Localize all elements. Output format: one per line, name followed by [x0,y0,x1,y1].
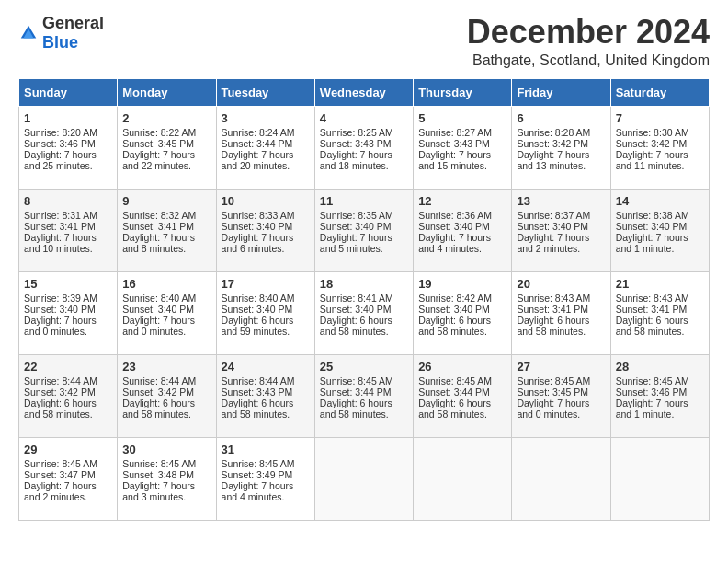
day-number: 10 [222,194,310,208]
day-number: 12 [418,194,506,208]
calendar-cell: 9Sunrise: 8:32 AMSunset: 3:41 PMDaylight… [118,189,216,271]
sunrise: Sunrise: 8:40 AM [122,293,196,304]
calendar-cell: 18Sunrise: 8:41 AMSunset: 3:40 PMDayligh… [314,271,413,354]
title-area: December 2024 Bathgate, Scotland, United… [467,14,710,69]
sunrise: Sunrise: 8:43 AM [517,293,590,304]
sunset: Sunset: 3:46 PM [616,386,688,397]
day-number: 27 [517,360,605,373]
sunrise: Sunrise: 8:45 AM [616,375,689,386]
calendar-cell: 16Sunrise: 8:40 AMSunset: 3:40 PMDayligh… [118,271,216,354]
sunrise: Sunrise: 8:25 AM [320,127,393,138]
calendar-cell [610,437,709,520]
daylight: Daylight: 7 hours and 5 minutes. [320,232,392,254]
sunrise: Sunrise: 8:22 AM [122,127,196,138]
calendar-cell: 3Sunrise: 8:24 AMSunset: 3:44 PMDaylight… [216,106,314,189]
day-number: 8 [24,194,112,208]
sunset: Sunset: 3:40 PM [616,221,688,232]
calendar-cell: 10Sunrise: 8:33 AMSunset: 3:40 PMDayligh… [216,189,314,271]
day-number: 23 [122,360,210,373]
sunset: Sunset: 3:45 PM [122,138,194,149]
day-number: 17 [222,277,310,291]
calendar-cell: 22Sunrise: 8:44 AMSunset: 3:42 PMDayligh… [19,354,118,437]
logo-icon [18,23,39,43]
calendar-cell: 11Sunrise: 8:35 AMSunset: 3:40 PMDayligh… [314,189,413,271]
sunrise: Sunrise: 8:45 AM [24,458,97,469]
calendar-cell [314,437,413,520]
sunset: Sunset: 3:44 PM [222,138,293,149]
daylight: Daylight: 6 hours and 58 minutes. [222,397,294,419]
day-number: 13 [517,194,605,208]
calendar-cell [512,437,610,520]
daylight: Daylight: 7 hours and 0 minutes. [24,315,97,337]
day-number: 6 [517,111,605,125]
day-number: 28 [616,360,704,373]
calendar-cell: 14Sunrise: 8:38 AMSunset: 3:40 PMDayligh… [610,189,709,271]
sunset: Sunset: 3:41 PM [122,221,194,232]
calendar-cell: 26Sunrise: 8:45 AMSunset: 3:44 PMDayligh… [414,354,512,437]
month-title: December 2024 [467,14,710,51]
day-number: 14 [616,194,704,208]
day-number: 9 [122,194,210,208]
calendar-cell: 19Sunrise: 8:42 AMSunset: 3:40 PMDayligh… [414,271,512,354]
calendar-cell: 30Sunrise: 8:45 AMSunset: 3:48 PMDayligh… [118,437,216,520]
sunset: Sunset: 3:43 PM [418,138,490,149]
sunset: Sunset: 3:40 PM [122,304,194,315]
day-number: 18 [320,277,408,291]
weekday-header: Wednesday [314,78,413,106]
weekday-header: Sunday [19,78,118,106]
daylight: Daylight: 6 hours and 58 minutes. [320,397,392,419]
sunrise: Sunrise: 8:31 AM [24,210,97,221]
day-number: 21 [616,277,704,291]
sunset: Sunset: 3:40 PM [517,221,588,232]
sunset: Sunset: 3:44 PM [418,386,490,397]
daylight: Daylight: 6 hours and 58 minutes. [418,315,491,337]
calendar-cell: 6Sunrise: 8:28 AMSunset: 3:42 PMDaylight… [512,106,610,189]
sunset: Sunset: 3:40 PM [418,221,490,232]
sunrise: Sunrise: 8:45 AM [517,375,590,386]
sunset: Sunset: 3:48 PM [122,469,194,480]
sunrise: Sunrise: 8:38 AM [616,210,689,221]
sunset: Sunset: 3:41 PM [517,304,588,315]
sunrise: Sunrise: 8:44 AM [122,375,196,386]
sunset: Sunset: 3:42 PM [24,386,96,397]
daylight: Daylight: 7 hours and 10 minutes. [24,232,97,254]
calendar-cell: 1Sunrise: 8:20 AMSunset: 3:46 PMDaylight… [19,106,118,189]
calendar-week-row: 15Sunrise: 8:39 AMSunset: 3:40 PMDayligh… [19,271,710,354]
calendar-table: SundayMondayTuesdayWednesdayThursdayFrid… [18,78,710,521]
daylight: Daylight: 7 hours and 8 minutes. [122,232,195,254]
day-number: 19 [418,277,506,291]
daylight: Daylight: 6 hours and 58 minutes. [616,315,688,337]
calendar-cell: 8Sunrise: 8:31 AMSunset: 3:41 PMDaylight… [19,189,118,271]
daylight: Daylight: 7 hours and 2 minutes. [24,480,97,502]
weekday-header: Thursday [414,78,512,106]
calendar-cell: 13Sunrise: 8:37 AMSunset: 3:40 PMDayligh… [512,189,610,271]
day-number: 25 [320,360,408,373]
day-number: 29 [24,442,112,456]
day-number: 2 [122,111,210,125]
sunrise: Sunrise: 8:32 AM [122,210,196,221]
sunset: Sunset: 3:47 PM [24,469,96,480]
calendar-cell: 20Sunrise: 8:43 AMSunset: 3:41 PMDayligh… [512,271,610,354]
day-number: 24 [222,360,310,373]
day-number: 31 [222,442,310,456]
sunrise: Sunrise: 8:30 AM [616,127,689,138]
sunrise: Sunrise: 8:36 AM [418,210,492,221]
daylight: Daylight: 6 hours and 58 minutes. [320,315,392,337]
day-number: 11 [320,194,408,208]
weekday-header-row: SundayMondayTuesdayWednesdayThursdayFrid… [19,78,710,106]
sunrise: Sunrise: 8:27 AM [418,127,492,138]
sunrise: Sunrise: 8:45 AM [222,458,295,469]
calendar-cell: 29Sunrise: 8:45 AMSunset: 3:47 PMDayligh… [19,437,118,520]
calendar-cell: 25Sunrise: 8:45 AMSunset: 3:44 PMDayligh… [314,354,413,437]
calendar-cell: 7Sunrise: 8:30 AMSunset: 3:42 PMDaylight… [610,106,709,189]
daylight: Daylight: 7 hours and 0 minutes. [517,397,589,419]
sunset: Sunset: 3:40 PM [320,221,392,232]
calendar-cell: 4Sunrise: 8:25 AMSunset: 3:43 PMDaylight… [314,106,413,189]
calendar-cell: 28Sunrise: 8:45 AMSunset: 3:46 PMDayligh… [610,354,709,437]
sunrise: Sunrise: 8:43 AM [616,293,689,304]
calendar-cell: 17Sunrise: 8:40 AMSunset: 3:40 PMDayligh… [216,271,314,354]
calendar-cell: 15Sunrise: 8:39 AMSunset: 3:40 PMDayligh… [19,271,118,354]
day-number: 16 [122,277,210,291]
daylight: Daylight: 6 hours and 58 minutes. [517,315,589,337]
sunrise: Sunrise: 8:44 AM [24,375,97,386]
